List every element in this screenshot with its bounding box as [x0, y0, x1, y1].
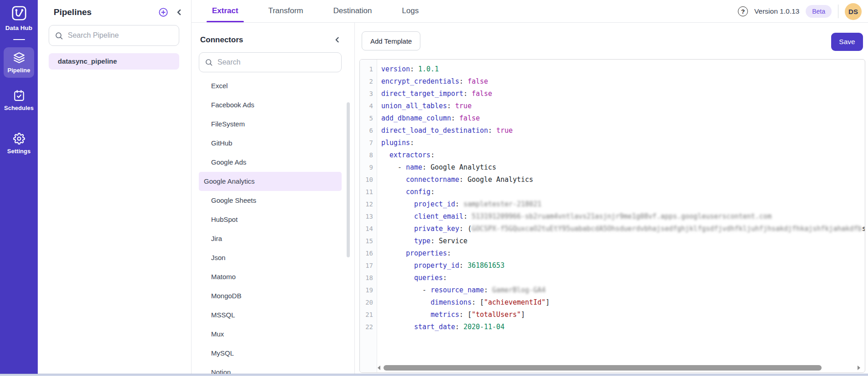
connector-item[interactable]: MSSQL: [199, 306, 342, 325]
line-number: 8: [360, 149, 377, 161]
tab-logs[interactable]: Logs: [397, 0, 424, 22]
sidebar-item-label: Settings: [7, 148, 30, 155]
connector-search-box: [199, 52, 342, 72]
code-text: project_id: sampletester-218021: [377, 198, 541, 211]
code-line[interactable]: 6direct_load_to_destination: true: [360, 125, 865, 137]
connectors-scrollbar-thumb[interactable]: [347, 102, 350, 257]
code-lines: 1version: 1.0.12encrypt_credentials: fal…: [360, 63, 865, 333]
line-number: 12: [360, 198, 377, 211]
horizontal-scrollbar: [378, 365, 860, 371]
connector-search-input[interactable]: [217, 58, 336, 66]
app-sidebar: Data Hub Pipeline Schedules Settings: [0, 0, 38, 374]
code-line[interactable]: 3direct_target_import: false: [360, 88, 865, 100]
connector-item[interactable]: Jira: [199, 229, 342, 248]
connector-item[interactable]: Mux: [199, 325, 342, 344]
code-line[interactable]: 20 dimensions: ["achievementId"]: [360, 296, 865, 309]
line-number: 18: [360, 272, 377, 284]
connector-item[interactable]: HubSpot: [199, 210, 342, 229]
add-pipeline-button[interactable]: [157, 6, 169, 18]
connector-item[interactable]: MySQL: [199, 344, 342, 363]
tab-transform[interactable]: Transform: [263, 0, 309, 22]
connector-list: ExcelFacebook AdsFileSystemGitHubGoogle …: [192, 76, 354, 376]
data-hub-logo-icon: [11, 5, 27, 21]
code-line[interactable]: 11 config:: [360, 186, 865, 198]
help-icon[interactable]: ?: [738, 6, 748, 16]
connector-item[interactable]: Json: [199, 248, 342, 267]
code-text: type: Service: [377, 235, 468, 247]
code-line[interactable]: 17 property_id: 361861653: [360, 260, 865, 272]
connector-item[interactable]: Excel: [199, 76, 342, 95]
sidebar-item-settings[interactable]: Settings: [4, 128, 34, 159]
sidebar-item-label: Schedules: [4, 105, 34, 111]
scrollbar-thumb[interactable]: [384, 365, 822, 371]
code-line[interactable]: 13 client_email: 513191209966-sb2ruam4vn…: [360, 211, 865, 223]
code-line[interactable]: 10 connectorname: Google Analytics: [360, 174, 865, 186]
code-line[interactable]: 5add_dbname_column: false: [360, 112, 865, 125]
connector-item[interactable]: Google Analytics: [199, 172, 342, 191]
code-line[interactable]: 7plugins:: [360, 137, 865, 149]
line-number: 7: [360, 137, 377, 149]
collapse-connectors-button[interactable]: [332, 35, 343, 45]
code-line[interactable]: 15 type: Service: [360, 235, 865, 247]
save-button[interactable]: Save: [831, 33, 863, 51]
code-text: config:: [377, 186, 434, 198]
scroll-left-arrow[interactable]: [378, 366, 380, 370]
connector-item[interactable]: FileSystem: [199, 115, 342, 134]
line-number: 22: [360, 321, 377, 333]
code-text: properties:: [377, 247, 451, 260]
code-line[interactable]: 8 extractors:: [360, 149, 865, 161]
code-text: dimensions: ["achievementId"]: [377, 296, 550, 309]
code-text: property_id: 361861653: [377, 260, 505, 272]
line-number: 9: [360, 161, 377, 174]
code-line[interactable]: 18 queries:: [360, 272, 865, 284]
connector-item[interactable]: GitHub: [199, 134, 342, 153]
code-text: add_dbname_column: false: [377, 112, 480, 125]
code-text: extractors:: [377, 149, 434, 161]
code-line[interactable]: 12 project_id: sampletester-218021: [360, 198, 865, 211]
chevron-left-icon: [175, 8, 184, 17]
add-template-button[interactable]: Add Template: [362, 31, 420, 50]
layers-icon: [13, 52, 25, 64]
sidebar-item-label: Pipeline: [8, 67, 30, 74]
scroll-right-arrow[interactable]: [858, 366, 860, 370]
scrollbar-track[interactable]: [384, 365, 854, 371]
code-line[interactable]: 14 private_key: (GOCSPX-f5GQuxcaO2tuEtY9…: [360, 223, 865, 235]
user-avatar[interactable]: DS: [845, 3, 862, 20]
yaml-code-editor[interactable]: 1version: 1.0.12encrypt_credentials: fal…: [359, 59, 865, 373]
collapse-pipelines-button[interactable]: [174, 7, 185, 18]
code-line[interactable]: 1version: 1.0.1: [360, 63, 865, 75]
app-logo: Data Hub: [0, 0, 38, 47]
pipeline-search-input[interactable]: [68, 31, 173, 40]
calendar-check-icon: [13, 90, 25, 101]
pipeline-item[interactable]: datasync_pipeline: [49, 53, 179, 70]
code-line[interactable]: 19 - resource_name: GamerBlog-GA4: [360, 284, 865, 296]
line-number: 4: [360, 100, 377, 112]
code-line[interactable]: 4union_all_tables: true: [360, 100, 865, 112]
line-number: 6: [360, 125, 377, 137]
search-icon: [205, 58, 213, 66]
code-line[interactable]: 9 - name: Google Analytics: [360, 161, 865, 174]
code-line[interactable]: 2encrypt_credentials: false: [360, 75, 865, 88]
code-line[interactable]: 21 metrics: ["totalUsers"]: [360, 309, 865, 321]
line-number: 10: [360, 174, 377, 186]
connector-item[interactable]: Matomo: [199, 267, 342, 286]
chevron-left-icon: [333, 35, 342, 44]
topbar-divider: [838, 5, 838, 18]
tab-bar: ExtractTransformDestinationLogs ? Versio…: [192, 0, 868, 23]
connector-item[interactable]: Facebook Ads: [199, 95, 342, 115]
pipeline-search-box: [49, 25, 179, 46]
connector-item[interactable]: Google Ads: [199, 153, 342, 172]
tab-extract[interactable]: Extract: [207, 0, 244, 22]
code-text: client_email: 513191209966-sb2ruam4vntla…: [377, 211, 772, 223]
sidebar-item-pipeline[interactable]: Pipeline: [4, 47, 34, 78]
sidebar-item-schedules[interactable]: Schedules: [4, 85, 34, 115]
code-line[interactable]: 16 properties:: [360, 247, 865, 260]
line-number: 19: [360, 284, 377, 296]
tab-destination[interactable]: Destination: [328, 0, 377, 22]
editor-area: Add Template Save 1version: 1.0.12encryp…: [355, 23, 868, 374]
code-text: version: 1.0.1: [377, 63, 439, 75]
connector-item[interactable]: MongoDB: [199, 286, 342, 306]
code-line[interactable]: 22 start_date: 2020-11-04: [360, 321, 865, 333]
line-number: 21: [360, 309, 377, 321]
connector-item[interactable]: Google Sheets: [199, 191, 342, 210]
